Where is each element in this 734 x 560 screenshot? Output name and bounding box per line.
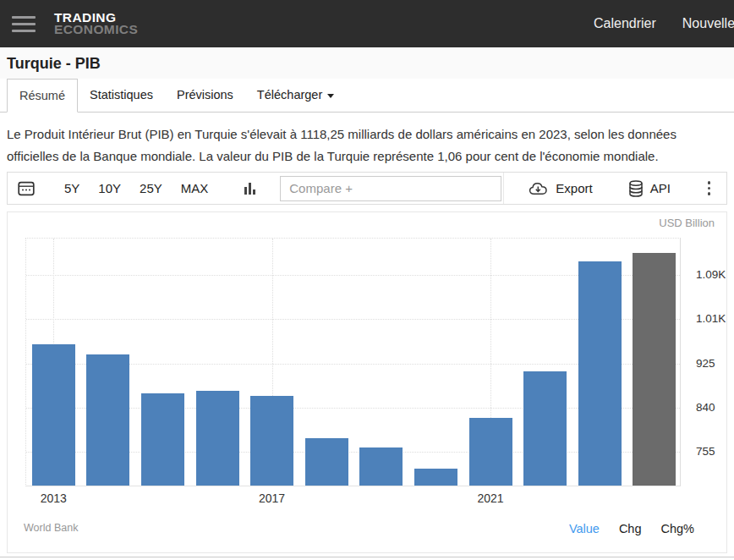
tab-telecharger-label: Télécharger xyxy=(257,88,322,102)
x-tick-label: 2021 xyxy=(477,491,503,505)
bar-2023[interactable] xyxy=(578,261,622,486)
tab-statistiques[interactable]: Statistiques xyxy=(78,79,165,112)
bar-2018[interactable] xyxy=(305,438,348,486)
tab-resume-label: Résumé xyxy=(19,89,65,102)
range-25y-button[interactable]: 25Y xyxy=(132,181,170,195)
api-label: API xyxy=(650,181,671,195)
mode-value-link[interactable]: Value xyxy=(569,522,600,535)
tab-previsions-label: Prévisions xyxy=(177,88,233,102)
page-bottom-divider xyxy=(0,557,734,559)
x-tick-label: 2017 xyxy=(259,491,285,505)
export-button[interactable]: Export xyxy=(529,181,592,196)
logo-line-2: ECONOMICS xyxy=(54,24,138,36)
bar-chart-icon[interactable] xyxy=(244,183,255,195)
x-tick-label: 2013 xyxy=(41,491,67,505)
chart-source-label: World Bank xyxy=(24,522,78,534)
tab-previsions[interactable]: Prévisions xyxy=(165,79,245,112)
toolbar-divider xyxy=(503,173,504,204)
trading-economics-logo[interactable]: TRADING ECONOMICS xyxy=(54,12,138,36)
bar-2016[interactable] xyxy=(196,391,239,486)
page-title: Turquie - PIB xyxy=(7,55,727,73)
bar-2015[interactable] xyxy=(141,393,184,486)
caret-down-icon xyxy=(327,94,334,98)
y-tick-label: 840 xyxy=(696,400,715,413)
chart-unit-label: USD Billion xyxy=(659,217,715,229)
y-axis-labels: 7558409251.01K1.09K xyxy=(688,238,734,486)
range-max-button[interactable]: MAX xyxy=(173,181,216,195)
export-label: Export xyxy=(556,181,592,195)
bar-2021[interactable] xyxy=(469,418,512,486)
header-nav: Calendrier Nouvelles xyxy=(594,0,734,47)
chart-plot-area[interactable]: 201320172021 xyxy=(25,238,681,486)
mode-chg-link[interactable]: Chg xyxy=(619,522,642,535)
bar-2022[interactable] xyxy=(523,371,567,486)
tab-bar: Résumé Statistiques Prévisions Télécharg… xyxy=(0,79,734,113)
bar-2014[interactable] xyxy=(86,354,129,486)
bar-2013[interactable] xyxy=(32,344,75,486)
mode-chgpct-link[interactable]: Chg% xyxy=(661,522,695,535)
y-tick-label: 755 xyxy=(696,445,715,458)
range-10y-button[interactable]: 10Y xyxy=(90,181,129,195)
range-5y-button[interactable]: 5Y xyxy=(57,181,87,195)
compare-input[interactable] xyxy=(280,176,501,201)
title-bar: Turquie - PIB xyxy=(0,47,734,79)
kebab-menu-icon[interactable] xyxy=(704,178,715,199)
calendar-icon[interactable] xyxy=(18,180,35,196)
tab-resume[interactable]: Résumé xyxy=(7,79,78,113)
chart-card: USD Billion 201320172021 7558409251.01K1… xyxy=(7,211,727,553)
hamburger-menu-icon[interactable] xyxy=(8,8,40,41)
bar-2017[interactable] xyxy=(250,396,293,486)
cloud-download-icon xyxy=(529,181,549,196)
api-button[interactable]: API xyxy=(628,180,671,197)
summary-paragraph: Le Produit Intérieur Brut (PIB) en Turqu… xyxy=(0,113,734,172)
chart-mode-links: Value Chg Chg% xyxy=(569,522,694,535)
nav-news-link[interactable]: Nouvelles xyxy=(682,16,734,31)
y-tick-label: 925 xyxy=(696,356,715,369)
nav-calendar-link[interactable]: Calendrier xyxy=(594,16,656,31)
chart-toolbar: 5Y 10Y 25Y MAX Export API xyxy=(7,172,727,205)
app-header: TRADING ECONOMICS Calendrier Nouvelles xyxy=(0,0,734,47)
y-tick-label: 1.09K xyxy=(696,268,726,281)
y-tick-label: 1.01K xyxy=(696,312,726,325)
tab-telecharger[interactable]: Télécharger xyxy=(245,79,346,112)
bar-2020[interactable] xyxy=(414,469,457,486)
bar-2024[interactable] xyxy=(633,253,676,486)
database-icon xyxy=(628,180,644,197)
tab-statistiques-label: Statistiques xyxy=(90,88,153,102)
bar-2019[interactable] xyxy=(359,447,403,486)
